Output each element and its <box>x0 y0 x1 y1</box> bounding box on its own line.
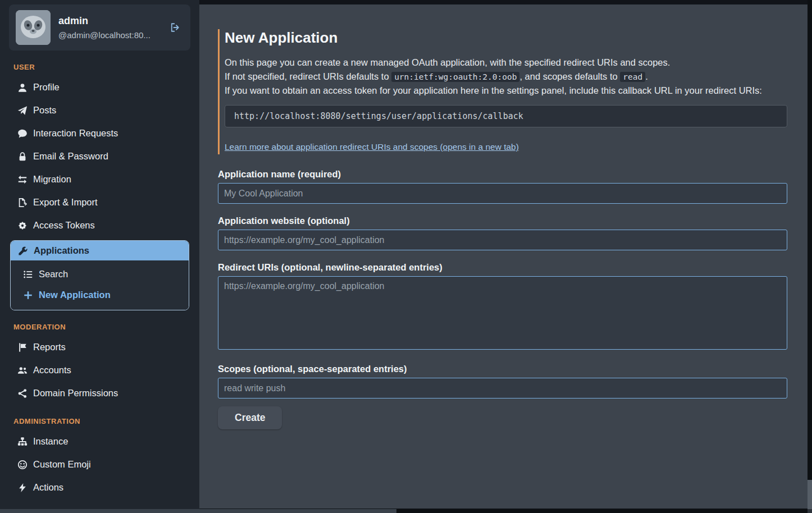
redirect-uris-field-group: Redirect URIs (optional, newline-separat… <box>218 262 787 352</box>
vertical-scrollbar[interactable] <box>808 0 812 509</box>
lock-icon <box>17 152 28 162</box>
file-export-icon <box>17 198 28 208</box>
sidebar-item-label: Custom Emoji <box>33 459 91 470</box>
bolt-icon <box>17 483 28 493</box>
section-heading-user: USER <box>13 63 199 71</box>
flag-icon <box>17 342 28 352</box>
comment-icon <box>17 129 28 139</box>
main-panel: New Application On this page you can cre… <box>199 4 808 509</box>
smiley-icon <box>17 460 28 470</box>
sidebar-item-label: Instance <box>33 436 68 447</box>
page-title: New Application <box>225 29 787 47</box>
sidebar-item-label: Access Tokens <box>33 220 95 231</box>
horizontal-scrollbar[interactable] <box>0 509 808 513</box>
sidebar-item-label: Domain Permissions <box>33 388 118 399</box>
list-icon <box>23 269 33 280</box>
username: admin <box>58 15 158 27</box>
wrench-icon <box>18 246 28 256</box>
learn-more-link[interactable]: Learn more about application redirect UR… <box>225 142 519 152</box>
section-heading-moderation: MODERATION <box>13 323 199 331</box>
sidebar-nav: USER Profile Posts Interaction Requests <box>0 63 199 499</box>
sidebar-item-custom-emoji[interactable]: Custom Emoji <box>0 453 199 476</box>
plus-icon <box>23 290 33 300</box>
application-website-field-group: Application website (optional) <box>218 216 787 250</box>
section-heading-administration: ADMINISTRATION <box>13 417 199 425</box>
scopes-label: Scopes (optional, space-separated entrie… <box>218 364 787 374</box>
sidebar: admin @admin@localhost:80... USER Profil… <box>0 0 199 513</box>
scopes-field-group: Scopes (optional, space-separated entrie… <box>218 364 787 399</box>
sidebar-item-label: Reports <box>33 342 66 352</box>
sidebar-item-profile[interactable]: Profile <box>0 76 199 99</box>
sidebar-item-label: Search <box>39 269 68 280</box>
logout-button[interactable] <box>166 19 184 36</box>
transfer-arrows-icon <box>17 175 28 185</box>
application-name-field-group: Application name (required) <box>218 169 787 204</box>
sidebar-item-accounts[interactable]: Accounts <box>0 359 199 382</box>
intro-line-1: On this page you can create a new manage… <box>225 56 787 70</box>
sidebar-item-label: Accounts <box>33 365 71 375</box>
intro-text: On this page you can create a new manage… <box>225 56 787 97</box>
sidebar-item-label: Applications <box>34 245 89 256</box>
sidebar-item-label: Posts <box>33 105 56 116</box>
certificate-icon <box>17 221 28 231</box>
sidebar-item-label: Export & Import <box>33 197 98 208</box>
paper-plane-icon <box>17 106 28 116</box>
page-header-block: New Application On this page you can cre… <box>218 29 787 154</box>
user-card[interactable]: admin @admin@localhost:80... <box>9 4 190 51</box>
sidebar-item-label: New Application <box>39 290 111 300</box>
sidebar-item-domain-permissions[interactable]: Domain Permissions <box>0 382 199 405</box>
user-icon <box>17 83 28 93</box>
sidebar-item-export-import[interactable]: Export & Import <box>0 191 199 214</box>
sidebar-item-applications[interactable]: Applications <box>11 241 189 260</box>
intro-line-3: If you want to obtain an access token fo… <box>225 84 787 98</box>
redirect-uris-textarea[interactable] <box>218 276 787 350</box>
user-info: admin @admin@localhost:80... <box>58 15 158 40</box>
sidebar-item-label: Profile <box>33 82 60 93</box>
avatar <box>16 10 51 45</box>
sidebar-item-migration[interactable]: Migration <box>0 168 199 191</box>
users-icon <box>17 365 28 375</box>
scrollbar-corner <box>808 509 812 513</box>
sidebar-item-label: Interaction Requests <box>33 128 118 139</box>
default-scope-code: read <box>620 72 645 82</box>
application-name-label: Application name (required) <box>218 169 787 180</box>
applications-submenu: Search New Application <box>11 260 189 310</box>
logout-icon <box>168 21 181 34</box>
redirect-uris-label: Redirect URIs (optional, newline-separat… <box>218 262 787 273</box>
sidebar-item-label: Actions <box>33 482 63 493</box>
scopes-input[interactable] <box>218 378 787 399</box>
sidebar-item-applications-search[interactable]: Search <box>11 264 189 285</box>
user-handle: @admin@localhost:80... <box>58 30 158 40</box>
sidebar-item-email-password[interactable]: Email & Password <box>0 145 199 168</box>
horizontal-scrollbar-thumb[interactable] <box>0 509 396 513</box>
sidebar-item-applications-new[interactable]: New Application <box>11 285 189 305</box>
sidebar-item-reports[interactable]: Reports <box>0 336 199 359</box>
sidebar-item-instance[interactable]: Instance <box>0 430 199 453</box>
sidebar-item-actions[interactable]: Actions <box>0 476 199 499</box>
sidebar-item-label: Email & Password <box>33 151 108 162</box>
application-website-label: Application website (optional) <box>218 216 787 226</box>
default-redirect-uri-code: urn:ietf:wg:oauth:2.0:oob <box>391 72 519 82</box>
new-application-form: Application name (required) Application … <box>218 169 787 429</box>
sitemap-icon <box>17 437 28 447</box>
applications-block: Applications Search New Application <box>10 240 189 310</box>
application-name-input[interactable] <box>218 183 787 204</box>
create-button[interactable]: Create <box>218 406 282 429</box>
vertical-scrollbar-thumb[interactable] <box>808 480 812 509</box>
share-nodes-icon <box>17 388 28 399</box>
intro-line-2: If not specified, redirect URIs defaults… <box>225 70 787 84</box>
app-window: admin @admin@localhost:80... USER Profil… <box>0 0 812 513</box>
sidebar-item-posts[interactable]: Posts <box>0 99 199 122</box>
sidebar-item-interaction-requests[interactable]: Interaction Requests <box>0 122 199 145</box>
application-website-input[interactable] <box>218 230 787 250</box>
sidebar-item-access-tokens[interactable]: Access Tokens <box>0 214 199 237</box>
callback-url-code-block: http://localhost:8080/settings/user/appl… <box>225 105 787 127</box>
sidebar-item-label: Migration <box>33 174 71 185</box>
